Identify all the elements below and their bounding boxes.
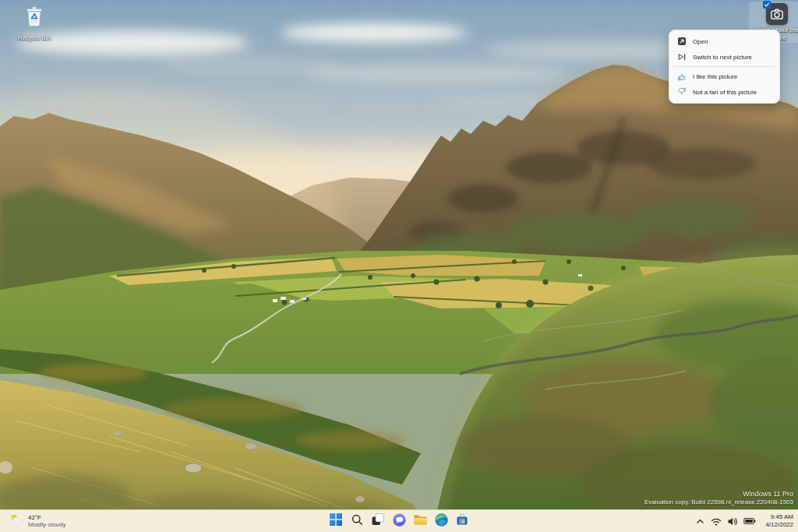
- volume-icon[interactable]: [727, 516, 738, 527]
- clock-time: 9:45 AM: [765, 513, 793, 521]
- search-button[interactable]: [348, 512, 366, 530]
- search-icon: [351, 514, 363, 529]
- tray-chevron-up-icon[interactable]: [695, 516, 705, 527]
- desktop-icon-recycle-bin[interactable]: Recycle Bin: [6, 5, 62, 42]
- task-view-button[interactable]: [369, 512, 387, 530]
- edge-icon: [435, 513, 448, 530]
- menu-item-switch-next-picture[interactable]: Switch to next picture: [673, 49, 776, 65]
- chat-icon: [393, 513, 406, 530]
- store-button[interactable]: [453, 512, 471, 530]
- menu-item-not-fan-picture[interactable]: Not a fan of this picture: [673, 84, 776, 100]
- partly-cloudy-icon: [9, 513, 23, 530]
- menu-item-label: Not a fan of this picture: [693, 89, 757, 96]
- menu-item-label: I like this picture: [693, 73, 737, 80]
- selected-check-icon: [763, 1, 771, 9]
- file-explorer-icon: [414, 514, 427, 529]
- store-icon: [456, 513, 468, 529]
- recycle-bin-icon: [23, 5, 46, 33]
- menu-item-like-picture[interactable]: I like this picture: [673, 69, 776, 84]
- task-view-icon: [372, 513, 384, 529]
- spotlight-context-menu: Open Switch to next picture I like this …: [669, 30, 780, 104]
- open-window-icon: [677, 37, 687, 46]
- menu-separator: [674, 66, 775, 67]
- recycle-bin-label: Recycle Bin: [18, 34, 51, 42]
- start-button[interactable]: [327, 512, 345, 530]
- thumbs-down-icon: [677, 87, 687, 97]
- thumbs-up-icon: [677, 72, 687, 81]
- evaluation-watermark: Windows 11 Pro Evaluation copy. Build 22…: [644, 490, 793, 506]
- clock[interactable]: 9:45 AM 4/12/2022: [765, 513, 793, 529]
- battery-icon[interactable]: [743, 516, 756, 526]
- widgets-weather-button[interactable]: 42°F Mostly cloudy: [0, 510, 75, 532]
- menu-item-label: Open: [693, 38, 708, 45]
- file-explorer-button[interactable]: [411, 512, 429, 530]
- clock-date: 4/12/2022: [765, 521, 793, 529]
- menu-item-label: Switch to next picture: [693, 54, 752, 61]
- watermark-build: Evaluation copy. Build 22598.ni_release.…: [644, 499, 793, 506]
- edge-button[interactable]: [432, 512, 450, 530]
- weather-condition: Mostly cloudy: [28, 521, 65, 529]
- skip-next-icon: [677, 52, 687, 62]
- taskbar: 42°F Mostly cloudy: [0, 509, 798, 532]
- chat-button[interactable]: [390, 512, 408, 530]
- weather-temperature: 42°F: [28, 514, 65, 522]
- menu-item-open[interactable]: Open: [673, 33, 776, 49]
- start-icon: [330, 513, 342, 529]
- wifi-icon[interactable]: [711, 516, 722, 527]
- watermark-edition: Windows 11 Pro: [644, 490, 793, 499]
- spotlight-camera-icon: [766, 3, 788, 25]
